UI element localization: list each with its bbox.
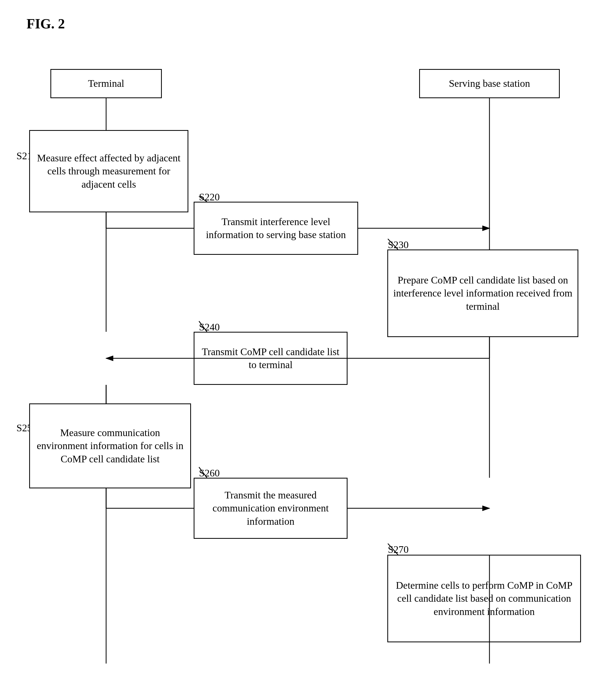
terminal-label: Terminal	[88, 77, 124, 90]
s230-label: S230	[388, 239, 409, 251]
s230-box: Prepare CoMP cell candidate list based o…	[387, 250, 578, 337]
s210-box: Measure effect affected by adjacent cell…	[29, 130, 188, 212]
s270-text: Determine cells to perform CoMP in CoMP …	[392, 579, 576, 618]
figure-label: FIG. 2	[26, 16, 65, 32]
s260-text: Transmit the measured communication envi…	[199, 489, 343, 528]
s220-label: S220	[199, 191, 220, 203]
s270-label: S270	[388, 543, 409, 555]
s240-label: S240	[199, 321, 220, 333]
s260-label: S260	[199, 467, 220, 479]
s240-text: Transmit CoMP cell candidate list to ter…	[199, 345, 343, 372]
serving-base-station-label: Serving base station	[449, 77, 530, 90]
s260-box: Transmit the measured communication envi…	[194, 478, 348, 539]
terminal-box: Terminal	[50, 69, 162, 98]
s270-box: Determine cells to perform CoMP in CoMP …	[387, 555, 581, 642]
s240-box: Transmit CoMP cell candidate list to ter…	[194, 332, 348, 385]
serving-base-station-box: Serving base station	[419, 69, 560, 98]
s250-box: Measure communication environment inform…	[29, 403, 191, 488]
s230-text: Prepare CoMP cell candidate list based o…	[392, 274, 573, 313]
s220-box: Transmit interference level information …	[194, 202, 358, 255]
s210-text: Measure effect affected by adjacent cell…	[34, 152, 183, 191]
s220-text: Transmit interference level information …	[199, 215, 353, 241]
s250-text: Measure communication environment inform…	[34, 426, 186, 466]
